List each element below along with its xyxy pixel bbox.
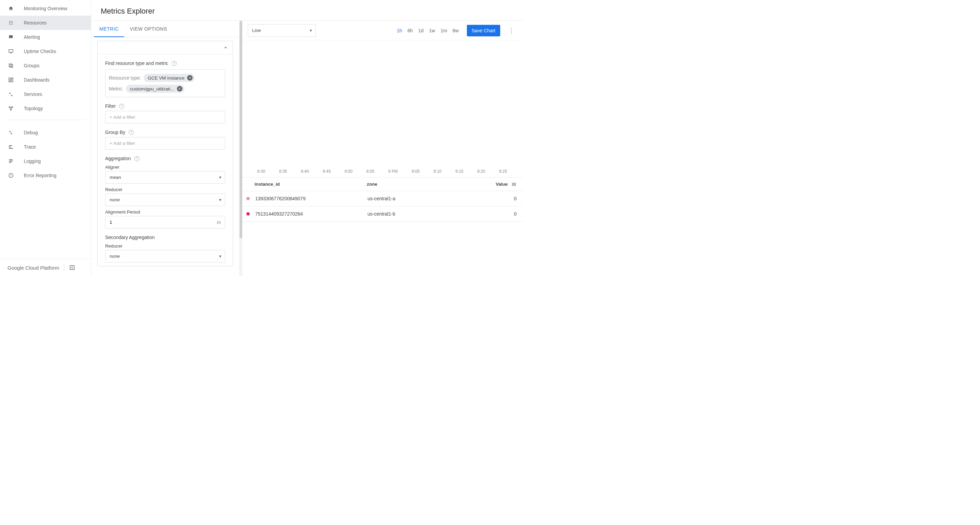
svg-rect-23 — [9, 161, 13, 162]
config-panel: METRIC VIEW OPTIONS Find resource type a… — [91, 21, 240, 276]
services-icon — [8, 91, 14, 98]
help-icon[interactable]: ? — [119, 104, 124, 109]
dashboard-icon — [8, 76, 14, 83]
help-icon[interactable]: ? — [172, 61, 177, 66]
legend-row[interactable]: 1393306776200649079us-central1-a0 — [242, 191, 523, 206]
sidebar-item-groups[interactable]: Groups — [0, 59, 91, 73]
main: Metrics Explorer METRIC VIEW OPTIONS — [91, 0, 523, 276]
resource-type-label: Resource type: — [109, 75, 141, 81]
scrollbar-thumb[interactable] — [240, 21, 242, 238]
page-header: Metrics Explorer — [91, 0, 523, 21]
sidebar-item-services[interactable]: Services — [0, 87, 91, 102]
legend-col-value[interactable]: Value — [487, 182, 508, 187]
sidebar-item-alerting[interactable]: Alerting — [0, 30, 91, 44]
time-range-1h[interactable]: 1h — [397, 28, 402, 33]
legend-header: instance_id zone Value — [242, 178, 523, 191]
more-menu-icon[interactable]: ⋮ — [506, 25, 517, 36]
panel-scrollbar[interactable] — [240, 21, 242, 276]
svg-rect-24 — [9, 162, 11, 163]
svg-point-6 — [9, 24, 10, 24]
secondary-reducer-select[interactable]: none ▾ — [105, 250, 225, 262]
resource-type-chip[interactable]: GCE VM Instance ✕ — [143, 74, 195, 82]
sidebar-item-label: Topology — [24, 106, 43, 111]
alignment-period-input[interactable]: m — [105, 216, 225, 228]
legend-value: 0 — [487, 196, 517, 201]
page-title: Metrics Explorer — [101, 7, 513, 16]
legend-col-zone[interactable]: zone — [367, 182, 487, 187]
collapse-sidebar-icon[interactable] — [69, 265, 75, 271]
chart-type-select[interactable]: Line ▾ — [248, 24, 316, 37]
metric-label: Metric: — [109, 86, 123, 92]
aligner-select[interactable]: mean ▾ — [105, 171, 225, 184]
nav-divider — [5, 120, 86, 120]
sidebar-item-label: Trace — [24, 144, 36, 150]
reducer-select[interactable]: none ▾ — [105, 194, 225, 206]
secondary-aggregation-label: Secondary Aggregation — [105, 235, 225, 240]
help-icon[interactable]: ? — [134, 156, 140, 161]
svg-rect-9 — [9, 50, 13, 52]
caret-down-icon: ▾ — [216, 254, 225, 259]
logging-icon — [8, 158, 14, 165]
content: METRIC VIEW OPTIONS Find resource type a… — [91, 21, 523, 276]
time-range-1d[interactable]: 1d — [418, 28, 424, 33]
layers-icon — [8, 62, 14, 69]
svg-rect-15 — [9, 81, 11, 82]
svg-point-0 — [9, 21, 10, 22]
tab-view-options[interactable]: VIEW OPTIONS — [124, 21, 172, 37]
resource-metric-box[interactable]: Resource type: GCE VM Instance ✕ Metric: — [105, 69, 225, 97]
sidebar-item-error-reporting[interactable]: Error Reporting — [0, 168, 91, 182]
sidebar-item-uptime-checks[interactable]: Uptime Checks — [0, 44, 91, 59]
sidebar-item-label: Logging — [24, 159, 41, 164]
config-tabs: METRIC VIEW OPTIONS — [91, 21, 239, 37]
sidebar-item-topology[interactable]: Topology — [0, 102, 91, 116]
groupby-input[interactable] — [105, 137, 225, 150]
x-axis-tick: 8:35 — [279, 169, 287, 174]
aggregation-label: Aggregation ? — [105, 156, 225, 161]
svg-point-18 — [11, 109, 11, 111]
svg-rect-26 — [70, 266, 74, 270]
sidebar-item-label: Alerting — [24, 34, 40, 40]
help-icon[interactable]: ? — [129, 130, 134, 135]
card-body: Find resource type and metric ? Resource… — [98, 54, 233, 266]
time-range-1w[interactable]: 1w — [429, 28, 435, 33]
config-panel-scroll[interactable]: Find resource type and metric ? Resource… — [91, 37, 239, 276]
metric-chip[interactable]: custom/gpu_utilizati... ✕ — [126, 85, 185, 93]
chevron-up-icon[interactable] — [223, 45, 228, 50]
legend-col-instance[interactable]: instance_id — [255, 182, 367, 187]
debug-icon — [8, 129, 14, 136]
save-chart-button[interactable]: Save Chart — [467, 25, 500, 36]
time-range-1m[interactable]: 1m — [441, 28, 447, 33]
svg-rect-21 — [9, 148, 13, 149]
time-range-6h[interactable]: 6h — [408, 28, 413, 33]
columns-icon[interactable] — [511, 182, 517, 187]
footer-separator — [64, 264, 64, 271]
time-range-6w[interactable]: 6w — [453, 28, 459, 33]
secondary-reducer-label: Reducer — [105, 243, 225, 249]
x-axis-tick: 9:20 — [477, 169, 485, 174]
legend-row[interactable]: 751314409327270264us-central1-b0 — [242, 206, 523, 222]
svg-rect-27 — [512, 182, 513, 186]
sidebar-item-dashboards[interactable]: Dashboards — [0, 73, 91, 87]
sidebar-item-logging[interactable]: Logging — [0, 154, 91, 168]
sidebar-item-trace[interactable]: Trace — [0, 140, 91, 154]
svg-rect-22 — [9, 159, 13, 160]
tab-metric[interactable]: METRIC — [94, 21, 124, 37]
gcp-logo: Google Cloud Platform — [8, 265, 59, 271]
sidebar-item-resources[interactable]: Resources — [0, 16, 91, 30]
svg-rect-28 — [514, 182, 514, 186]
chart-area[interactable]: 8:308:358:408:458:508:559 PM9:059:109:15… — [242, 40, 523, 177]
x-axis-tick: 9:05 — [412, 169, 420, 174]
x-axis-tick: 9:25 — [499, 169, 507, 174]
svg-rect-29 — [515, 182, 516, 186]
svg-point-3 — [9, 22, 10, 23]
topology-icon — [8, 105, 14, 112]
filter-input[interactable] — [105, 111, 225, 124]
sidebar-item-monitoring-overview[interactable]: Monitoring Overview — [0, 2, 91, 16]
card-header — [98, 41, 233, 54]
remove-chip-icon[interactable]: ✕ — [187, 75, 192, 81]
sidebar-item-debug[interactable]: Debug — [0, 125, 91, 140]
svg-point-8 — [12, 24, 13, 24]
x-axis-tick: 8:55 — [366, 169, 374, 174]
remove-chip-icon[interactable]: ✕ — [177, 86, 182, 92]
filter-label: Filter ? — [105, 103, 225, 109]
